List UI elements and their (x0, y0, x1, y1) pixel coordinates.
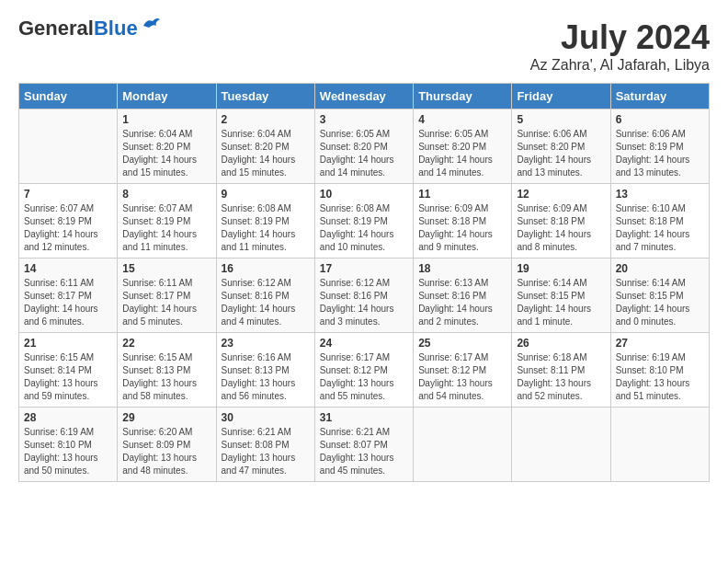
day-number: 23 (222, 337, 310, 350)
day-number: 12 (517, 188, 605, 201)
calendar-cell (512, 408, 610, 482)
calendar-cell: 7Sunrise: 6:07 AMSunset: 8:19 PMDaylight… (19, 184, 118, 259)
day-number: 26 (517, 337, 605, 350)
day-number: 8 (122, 188, 210, 201)
day-info: Sunrise: 6:17 AMSunset: 8:12 PMDaylight:… (418, 351, 506, 403)
calendar-cell: 25Sunrise: 6:17 AMSunset: 8:12 PMDayligh… (414, 333, 512, 408)
calendar-cell: 11Sunrise: 6:09 AMSunset: 8:18 PMDayligh… (414, 184, 512, 259)
calendar-cell: 30Sunrise: 6:21 AMSunset: 8:08 PMDayligh… (216, 408, 314, 482)
page-header: GeneralBlue July 2024 Az Zahra', Al Jafa… (18, 18, 710, 74)
day-info: Sunrise: 6:11 AMSunset: 8:17 PMDaylight:… (122, 277, 210, 328)
day-number: 31 (320, 411, 408, 424)
calendar-table: SundayMondayTuesdayWednesdayThursdayFrid… (18, 83, 710, 482)
calendar-cell: 4Sunrise: 6:05 AMSunset: 8:20 PMDaylight… (414, 109, 512, 184)
day-number: 17 (320, 262, 408, 275)
day-info: Sunrise: 6:08 AMSunset: 8:19 PMDaylight:… (320, 202, 408, 254)
day-of-week-wednesday: Wednesday (314, 84, 413, 109)
day-number: 6 (616, 113, 704, 126)
calendar-cell: 20Sunrise: 6:14 AMSunset: 8:15 PMDayligh… (610, 259, 709, 333)
day-info: Sunrise: 6:07 AMSunset: 8:19 PMDaylight:… (24, 202, 112, 254)
day-info: Sunrise: 6:19 AMSunset: 8:10 PMDaylight:… (24, 426, 112, 477)
day-of-week-friday: Friday (512, 84, 610, 109)
calendar-cell: 23Sunrise: 6:16 AMSunset: 8:13 PMDayligh… (216, 333, 314, 408)
day-info: Sunrise: 6:11 AMSunset: 8:17 PMDaylight:… (24, 277, 112, 328)
calendar-cell: 31Sunrise: 6:21 AMSunset: 8:07 PMDayligh… (314, 408, 413, 482)
day-info: Sunrise: 6:12 AMSunset: 8:16 PMDaylight:… (222, 277, 310, 328)
day-info: Sunrise: 6:07 AMSunset: 8:19 PMDaylight:… (122, 202, 210, 254)
day-info: Sunrise: 6:15 AMSunset: 8:13 PMDaylight:… (122, 351, 210, 403)
calendar-cell: 15Sunrise: 6:11 AMSunset: 8:17 PMDayligh… (118, 259, 216, 333)
calendar-cell: 14Sunrise: 6:11 AMSunset: 8:17 PMDayligh… (19, 259, 118, 333)
calendar-cell: 10Sunrise: 6:08 AMSunset: 8:19 PMDayligh… (314, 184, 413, 259)
day-info: Sunrise: 6:10 AMSunset: 8:18 PMDaylight:… (616, 202, 704, 254)
logo-blue: Blue (94, 17, 138, 40)
day-number: 18 (418, 262, 506, 275)
day-info: Sunrise: 6:08 AMSunset: 8:19 PMDaylight:… (222, 202, 310, 254)
location-subtitle: Az Zahra', Al Jafarah, Libya (530, 57, 710, 74)
day-info: Sunrise: 6:17 AMSunset: 8:12 PMDaylight:… (320, 351, 408, 403)
day-info: Sunrise: 6:12 AMSunset: 8:16 PMDaylight:… (320, 277, 408, 328)
calendar-cell: 22Sunrise: 6:15 AMSunset: 8:13 PMDayligh… (118, 333, 216, 408)
day-info: Sunrise: 6:14 AMSunset: 8:15 PMDaylight:… (517, 277, 605, 328)
week-row-4: 21Sunrise: 6:15 AMSunset: 8:14 PMDayligh… (19, 333, 710, 408)
day-info: Sunrise: 6:09 AMSunset: 8:18 PMDaylight:… (418, 202, 506, 254)
day-info: Sunrise: 6:13 AMSunset: 8:16 PMDaylight:… (418, 277, 506, 328)
days-of-week-row: SundayMondayTuesdayWednesdayThursdayFrid… (19, 84, 710, 109)
day-number: 20 (616, 262, 704, 275)
calendar-cell: 3Sunrise: 6:05 AMSunset: 8:20 PMDaylight… (314, 109, 413, 184)
logo: GeneralBlue (18, 18, 162, 39)
day-info: Sunrise: 6:21 AMSunset: 8:07 PMDaylight:… (320, 426, 408, 477)
calendar-cell: 1Sunrise: 6:04 AMSunset: 8:20 PMDaylight… (118, 109, 216, 184)
day-number: 5 (517, 113, 605, 126)
calendar-cell: 27Sunrise: 6:19 AMSunset: 8:10 PMDayligh… (610, 333, 709, 408)
calendar-cell: 16Sunrise: 6:12 AMSunset: 8:16 PMDayligh… (216, 259, 314, 333)
day-number: 22 (122, 337, 210, 350)
title-block: July 2024 Az Zahra', Al Jafarah, Libya (530, 18, 710, 74)
day-number: 30 (222, 411, 310, 424)
calendar-cell: 18Sunrise: 6:13 AMSunset: 8:16 PMDayligh… (414, 259, 512, 333)
calendar-cell: 24Sunrise: 6:17 AMSunset: 8:12 PMDayligh… (314, 333, 413, 408)
day-number: 14 (24, 262, 112, 275)
calendar-cell: 9Sunrise: 6:08 AMSunset: 8:19 PMDaylight… (216, 184, 314, 259)
day-number: 15 (122, 262, 210, 275)
calendar-cell: 29Sunrise: 6:20 AMSunset: 8:09 PMDayligh… (118, 408, 216, 482)
week-row-1: 1Sunrise: 6:04 AMSunset: 8:20 PMDaylight… (19, 109, 710, 184)
calendar-body: 1Sunrise: 6:04 AMSunset: 8:20 PMDaylight… (19, 109, 710, 482)
day-of-week-saturday: Saturday (610, 84, 709, 109)
day-number: 25 (418, 337, 506, 350)
calendar-cell: 2Sunrise: 6:04 AMSunset: 8:20 PMDaylight… (216, 109, 314, 184)
calendar-cell (414, 408, 512, 482)
calendar-cell: 28Sunrise: 6:19 AMSunset: 8:10 PMDayligh… (19, 408, 118, 482)
day-number: 10 (320, 188, 408, 201)
day-info: Sunrise: 6:19 AMSunset: 8:10 PMDaylight:… (616, 351, 704, 403)
calendar-cell (610, 408, 709, 482)
month-year-title: July 2024 (530, 18, 710, 57)
bird-icon (142, 17, 162, 33)
day-number: 4 (418, 113, 506, 126)
calendar-cell: 12Sunrise: 6:09 AMSunset: 8:18 PMDayligh… (512, 184, 610, 259)
day-number: 24 (320, 337, 408, 350)
day-number: 27 (616, 337, 704, 350)
day-info: Sunrise: 6:15 AMSunset: 8:14 PMDaylight:… (24, 351, 112, 403)
week-row-2: 7Sunrise: 6:07 AMSunset: 8:19 PMDaylight… (19, 184, 710, 259)
calendar-cell: 17Sunrise: 6:12 AMSunset: 8:16 PMDayligh… (314, 259, 413, 333)
day-info: Sunrise: 6:18 AMSunset: 8:11 PMDaylight:… (517, 351, 605, 403)
week-row-3: 14Sunrise: 6:11 AMSunset: 8:17 PMDayligh… (19, 259, 710, 333)
day-number: 21 (24, 337, 112, 350)
day-number: 3 (320, 113, 408, 126)
week-row-5: 28Sunrise: 6:19 AMSunset: 8:10 PMDayligh… (19, 408, 710, 482)
day-number: 7 (24, 188, 112, 201)
day-of-week-monday: Monday (118, 84, 216, 109)
day-of-week-sunday: Sunday (19, 84, 118, 109)
calendar-cell (19, 109, 118, 184)
calendar-cell: 21Sunrise: 6:15 AMSunset: 8:14 PMDayligh… (19, 333, 118, 408)
day-number: 11 (418, 188, 506, 201)
day-number: 9 (222, 188, 310, 201)
calendar-cell: 13Sunrise: 6:10 AMSunset: 8:18 PMDayligh… (610, 184, 709, 259)
day-number: 13 (616, 188, 704, 201)
day-info: Sunrise: 6:20 AMSunset: 8:09 PMDaylight:… (122, 426, 210, 477)
calendar-cell: 8Sunrise: 6:07 AMSunset: 8:19 PMDaylight… (118, 184, 216, 259)
day-info: Sunrise: 6:16 AMSunset: 8:13 PMDaylight:… (222, 351, 310, 403)
day-number: 2 (222, 113, 310, 126)
day-number: 1 (122, 113, 210, 126)
